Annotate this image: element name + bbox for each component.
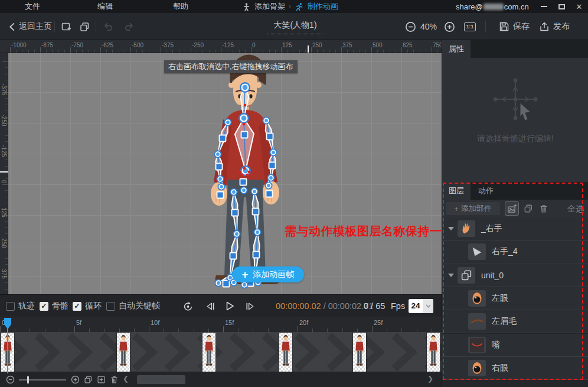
step-add-skeleton[interactable]: 添加骨架 [254,1,285,12]
layers-tabbar: 图层 动作 [442,182,588,200]
unit-icon [458,267,475,284]
keyframe-thumbnail[interactable] [279,333,292,372]
duplicate-button[interactable] [79,13,90,40]
menu-item-2[interactable]: 编辑 [97,0,113,13]
zoom-in-button[interactable] [444,13,455,40]
canvas-tooltip: 右击画布取消选中,右键拖拽移动画布 [164,60,298,73]
trash-icon [539,204,548,213]
caret-down-icon[interactable] [448,274,454,277]
copy-icon [79,21,90,32]
frame-tick-label: 20f [299,319,308,326]
timeline-ruler[interactable]: 0f5f10f15f20f25f [0,317,442,332]
v-ruler-label: 0 [1,175,7,189]
delete-layer-button[interactable] [537,201,551,216]
toggle-4[interactable]: 自动关键帧 [106,295,160,317]
layer-label: 左眼 [492,293,508,304]
menu-item-1[interactable]: 文件 [25,0,40,13]
checkbox-checked[interactable]: ✓ [40,302,48,311]
layer-row[interactable]: 左眉毛 [442,310,588,333]
replay-button[interactable] [182,295,194,317]
timeline-zoom-out-button[interactable] [5,374,15,385]
one-to-one-icon: 1:1 [464,22,476,31]
save-button[interactable]: 保存 [499,13,530,40]
close-button[interactable]: ✕ [570,0,588,13]
properties-tabbar: 属性 [442,40,588,58]
checkbox-unchecked[interactable] [106,302,115,311]
image-swap-icon [507,204,517,214]
keyframe-thumbnail[interactable] [353,333,366,372]
zoom-out-button[interactable] [405,13,416,40]
copy-keyframe-button[interactable] [83,374,93,385]
h-ruler-label: -1000 [11,42,27,48]
tab-layers[interactable]: 图层 [442,182,471,200]
skeleton-overlay[interactable] [214,82,277,289]
layer-row[interactable]: 右眼 [442,357,588,380]
v-ruler-label: -375 [1,83,7,97]
layer-label: 右眼 [492,363,508,373]
caret-down-icon[interactable] [448,227,454,230]
ruler-cursor-x [308,45,309,53]
toggle-1[interactable]: 轨迹 [6,295,35,317]
save-icon [499,21,509,32]
plus-icon: + [454,204,459,213]
layer-row[interactable]: 左眼 [442,287,588,310]
undo-button[interactable] [103,13,115,40]
scrollbar-thumb[interactable] [137,375,185,384]
frame-tick-label: 15f [225,319,234,326]
add-keyframe-button[interactable] [96,374,106,385]
delete-keyframe-button[interactable] [109,374,119,385]
redo-button[interactable] [123,13,135,40]
fps-dropdown[interactable]: 24 [409,299,433,313]
h-ruler-label: -125 [222,42,234,48]
scroll-right-arrow[interactable]: ❯ [427,375,433,383]
zoom-in-icon [444,21,455,32]
step-forward-button[interactable] [244,295,256,317]
step-make-animation[interactable]: 制作动画 [308,1,338,12]
checkbox-unchecked[interactable] [6,302,15,311]
tab-properties[interactable]: 属性 [442,40,471,58]
publish-button[interactable]: 发布 [539,13,570,40]
checkbox-checked[interactable]: ✓ [73,302,81,311]
redo-icon [123,21,135,32]
timeline-track[interactable] [0,332,442,372]
play-icon [224,300,236,312]
timeline-zoom-slider[interactable] [19,379,66,381]
minimize-button[interactable] [535,0,553,13]
duplicate-layer-button[interactable] [521,201,535,216]
bone-icon [468,243,486,260]
add-animation-frame-button[interactable]: + 添加动画帧 [232,266,304,282]
toggle-label: 骨骼 [52,301,68,311]
layer-label: unit_0 [481,271,504,280]
toggle-3[interactable]: ✓循环 [73,295,102,317]
h-ruler-label: 500 [373,42,383,48]
play-button[interactable] [223,295,236,317]
keyframe-thumbnail[interactable] [427,333,440,372]
toggle-2[interactable]: ✓骨骼 [40,295,68,317]
keyframe-thumbnail[interactable] [202,333,215,372]
scroll-left-arrow[interactable]: ❮ [123,375,129,383]
back-home-button[interactable]: 返回主页 [8,13,52,40]
timeline-zoom-in-button[interactable] [70,374,80,385]
layer-row[interactable]: 右手_4 [442,240,588,264]
h-ruler-label: -875 [41,42,53,48]
menu-item-3[interactable]: 帮助 [173,0,188,13]
actual-size-button[interactable]: 1:1 [464,13,476,40]
layer-row[interactable]: 嘴 [442,334,588,357]
back-chevron-icon [8,22,15,31]
document-title[interactable]: 大笑(人物1) [267,20,324,34]
layer-row[interactable]: unit_0 [442,264,588,287]
account-suffix: com.cn [504,2,529,11]
canvas[interactable]: 右击画布取消选中,右键拖拽移动画布 需与动作模板图层名称保持一致 + 添加动画帧 [8,53,442,294]
add-part-button[interactable]: + 添加部件 [446,202,500,215]
new-canvas-button[interactable] [61,13,72,40]
layer-row[interactable]: _右手 [442,217,588,240]
maximize-button[interactable] [553,0,570,13]
slider-handle[interactable] [27,376,29,383]
step-back-button[interactable] [204,295,216,317]
tab-actions[interactable]: 动作 [472,182,500,200]
select-all-button[interactable]: 全选 [567,202,584,215]
playhead[interactable] [3,317,12,330]
keyframe-thumbnail[interactable] [117,333,130,372]
replace-image-button[interactable] [505,201,519,216]
v-ruler-label: -125 [1,144,7,158]
